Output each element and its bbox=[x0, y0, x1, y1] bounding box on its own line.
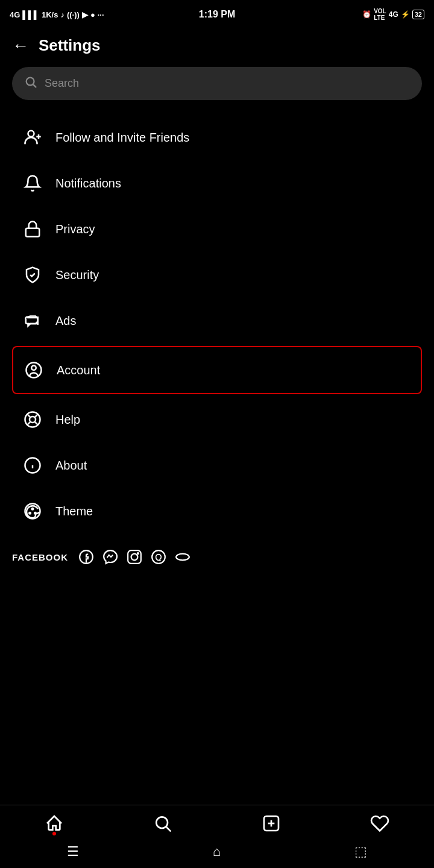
back-button[interactable]: ← bbox=[12, 37, 29, 54]
menu-item-notifications[interactable]: Notifications bbox=[12, 160, 422, 206]
menu-item-about[interactable]: About bbox=[12, 442, 422, 488]
menu-label-about: About bbox=[55, 459, 87, 473]
menu-item-security[interactable]: Security bbox=[12, 252, 422, 298]
circle-icon: ● bbox=[90, 10, 95, 19]
whatsapp-icon[interactable] bbox=[150, 549, 167, 565]
svg-point-9 bbox=[30, 417, 36, 423]
status-left: 4G ▌▌▌ 1K/s ♪ ((·)) ▶ ● ··· bbox=[10, 10, 104, 19]
add-post-nav-button[interactable] bbox=[262, 814, 281, 833]
menu-label-notifications: Notifications bbox=[55, 177, 121, 190]
facebook-icons bbox=[78, 549, 191, 565]
megaphone-icon bbox=[22, 310, 43, 332]
menu-label-security: Security bbox=[55, 268, 99, 282]
svg-point-23 bbox=[131, 554, 138, 561]
charging-icon: ⚡ bbox=[401, 10, 410, 19]
menu-list: Follow and Invite Friends Notifications … bbox=[0, 115, 434, 534]
4g-lte-icon: 4G bbox=[389, 10, 398, 19]
hotspot-icon: ((·)) bbox=[67, 10, 80, 19]
svg-line-1 bbox=[33, 84, 36, 87]
svg-rect-5 bbox=[26, 228, 40, 237]
palette-icon bbox=[22, 500, 43, 522]
menu-label-follow-invite: Follow and Invite Friends bbox=[55, 131, 189, 145]
svg-point-18 bbox=[29, 512, 31, 514]
bottom-nav: ☰ ⌂ ⬚ bbox=[0, 805, 434, 868]
lifebuoy-icon bbox=[22, 409, 43, 430]
search-placeholder: Search bbox=[45, 77, 79, 90]
svg-line-11 bbox=[35, 422, 38, 425]
speed-text: 1K/s bbox=[42, 10, 58, 19]
menu-label-theme: Theme bbox=[55, 505, 93, 518]
signal-icon: 4G bbox=[10, 10, 20, 19]
status-bar: 4G ▌▌▌ 1K/s ♪ ((·)) ▶ ● ··· 1:19 PM ⏰ VO… bbox=[0, 0, 434, 29]
heart-nav-button[interactable] bbox=[370, 814, 389, 833]
facebook-label: FACEBOOK bbox=[12, 552, 68, 562]
instagram-icon[interactable] bbox=[126, 549, 143, 565]
alarm-icon: ⏰ bbox=[362, 10, 371, 19]
lock-icon bbox=[22, 218, 43, 240]
bottom-nav-icons bbox=[0, 805, 434, 839]
menu-item-help[interactable]: Help bbox=[12, 397, 422, 442]
home-dot bbox=[52, 832, 56, 835]
menu-label-privacy: Privacy bbox=[55, 222, 95, 236]
shield-check-icon bbox=[22, 264, 43, 286]
person-add-icon bbox=[22, 127, 43, 148]
menu-item-follow-invite[interactable]: Follow and Invite Friends bbox=[12, 115, 422, 160]
facebook-icon[interactable] bbox=[78, 549, 95, 565]
menu-item-account[interactable]: Account bbox=[12, 346, 422, 394]
page-title: Settings bbox=[39, 36, 101, 55]
person-circle-icon bbox=[23, 359, 45, 381]
svg-line-13 bbox=[27, 422, 30, 425]
svg-point-2 bbox=[28, 131, 34, 137]
back-gesture-icon[interactable]: ⬚ bbox=[354, 844, 367, 860]
header: ← Settings bbox=[0, 29, 434, 67]
signal-bars: ▌▌▌ bbox=[22, 10, 39, 19]
search-icon bbox=[24, 75, 37, 92]
menu-label-ads: Ads bbox=[55, 314, 76, 328]
svg-point-25 bbox=[152, 550, 165, 564]
svg-point-24 bbox=[137, 553, 139, 554]
facebook-footer: FACEBOOK bbox=[0, 534, 434, 575]
more-icon: ··· bbox=[98, 10, 104, 19]
info-circle-icon bbox=[22, 454, 43, 476]
svg-point-20 bbox=[32, 508, 34, 510]
svg-point-7 bbox=[31, 366, 36, 371]
home-nav-button[interactable] bbox=[45, 814, 64, 833]
messenger-icon[interactable] bbox=[102, 549, 119, 565]
time-display: 1:19 PM bbox=[199, 9, 235, 20]
status-right: ⏰ VOLLTE 4G ⚡ 32 bbox=[362, 8, 424, 21]
svg-point-0 bbox=[27, 78, 34, 86]
menu-item-theme[interactable]: Theme bbox=[12, 488, 422, 534]
home-gesture-icon[interactable]: ⌂ bbox=[213, 844, 221, 860]
svg-line-12 bbox=[35, 414, 38, 417]
svg-rect-22 bbox=[128, 550, 141, 564]
search-bar[interactable]: Search bbox=[12, 67, 422, 100]
search-nav-button[interactable] bbox=[153, 814, 172, 833]
music-icon: ♪ bbox=[60, 10, 64, 19]
vol-text: VOLLTE bbox=[374, 8, 386, 21]
youtube-icon: ▶ bbox=[82, 10, 88, 19]
svg-line-10 bbox=[27, 414, 30, 417]
bell-icon bbox=[22, 172, 43, 194]
menu-label-account: Account bbox=[57, 363, 100, 377]
menu-item-ads[interactable]: Ads bbox=[12, 298, 422, 344]
menu-item-privacy[interactable]: Privacy bbox=[12, 206, 422, 252]
bottom-gesture-bar: ☰ ⌂ ⬚ bbox=[0, 839, 434, 868]
svg-point-27 bbox=[156, 817, 168, 828]
menu-label-help: Help bbox=[55, 413, 80, 427]
svg-point-26 bbox=[176, 554, 189, 561]
search-container: Search bbox=[0, 67, 434, 115]
battery-level: 32 bbox=[412, 10, 424, 19]
svg-line-28 bbox=[166, 827, 171, 831]
meta-icon[interactable] bbox=[174, 549, 191, 565]
menu-gesture-icon[interactable]: ☰ bbox=[67, 844, 79, 860]
